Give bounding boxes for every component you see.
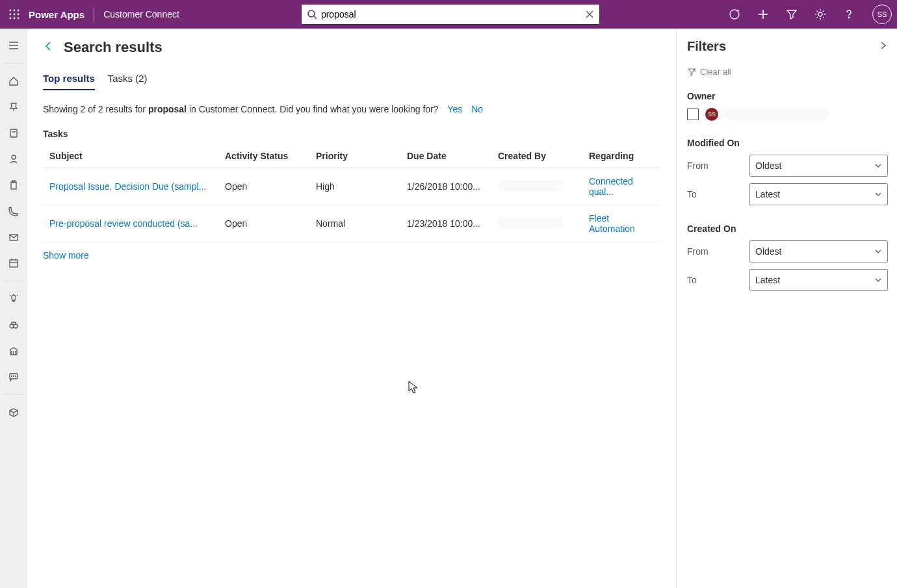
clear-search-icon[interactable] xyxy=(585,10,594,19)
cell-created-by xyxy=(491,205,582,242)
app-launcher-icon[interactable] xyxy=(0,9,29,19)
building-icon[interactable] xyxy=(0,340,27,361)
subject-link[interactable]: Pre-proposal review conducted (sa... xyxy=(49,218,198,229)
package-icon[interactable] xyxy=(0,402,27,423)
filters-title: Filters xyxy=(687,39,726,54)
svg-point-2 xyxy=(18,10,20,12)
collapse-filters-icon[interactable] xyxy=(879,41,888,53)
chevron-down-icon xyxy=(874,190,882,198)
col-activity-status[interactable]: Activity Status xyxy=(218,144,309,168)
created-to-select[interactable]: Latest xyxy=(749,269,888,291)
svg-point-1 xyxy=(14,10,16,12)
svg-point-25 xyxy=(12,155,16,159)
cell-status: Open xyxy=(218,168,309,205)
app-name-label: Customer Connect xyxy=(103,9,179,19)
clipboard-icon[interactable] xyxy=(0,175,27,196)
cell-created-by xyxy=(491,168,582,205)
svg-point-7 xyxy=(14,18,16,19)
results-summary: Showing 2 of 2 results for proposal in C… xyxy=(43,104,660,114)
lightbulb-icon[interactable] xyxy=(0,288,27,309)
table-row[interactable]: Pre-proposal review conducted (sa... Ope… xyxy=(43,205,660,242)
target-icon[interactable] xyxy=(722,0,748,29)
chat-icon[interactable] xyxy=(0,366,27,387)
svg-point-0 xyxy=(10,10,12,12)
owner-checkbox[interactable] xyxy=(687,109,699,120)
owner-label: Owner xyxy=(687,91,888,101)
col-regarding[interactable]: Regarding xyxy=(582,144,660,168)
app-header: Power Apps Customer Connect SS xyxy=(0,0,897,29)
cell-status: Open xyxy=(218,205,309,242)
result-tabs: Top results Tasks (2) xyxy=(43,73,660,91)
tab-tasks[interactable]: Tasks (2) xyxy=(108,73,148,90)
search-icon xyxy=(307,9,317,19)
select-value: Oldest xyxy=(755,246,781,257)
created-from-select[interactable]: Oldest xyxy=(749,240,888,262)
clear-all-button[interactable]: Clear all xyxy=(687,67,888,77)
summary-term: proposal xyxy=(148,104,187,114)
svg-point-44 xyxy=(13,376,14,377)
svg-point-3 xyxy=(10,14,12,16)
chevron-down-icon xyxy=(874,248,882,255)
calendar-icon[interactable] xyxy=(0,253,27,274)
feedback-no[interactable]: No xyxy=(471,104,483,114)
chevron-down-icon xyxy=(874,162,882,170)
binoculars-icon[interactable] xyxy=(0,314,27,335)
modified-to-select[interactable]: Latest xyxy=(749,183,888,205)
col-due-date[interactable]: Due Date xyxy=(400,144,491,168)
phone-icon[interactable] xyxy=(0,201,27,222)
tab-top-results[interactable]: Top results xyxy=(43,73,95,90)
owner-avatar-badge: SS xyxy=(705,108,718,121)
cell-due: 1/23/2018 10:00... xyxy=(400,205,491,242)
user-avatar[interactable]: SS xyxy=(872,5,892,24)
document-icon[interactable] xyxy=(0,123,27,144)
search-input[interactable] xyxy=(321,9,585,19)
chevron-down-icon xyxy=(874,276,882,284)
to-label: To xyxy=(687,189,749,199)
back-arrow-icon[interactable] xyxy=(43,40,55,55)
owner-name xyxy=(725,109,829,120)
table-row[interactable]: Proposal Issue, Decision Due (sampl... O… xyxy=(43,168,660,205)
filters-panel: Filters Clear all Owner SS Modified On F… xyxy=(676,29,897,588)
created-on-label: Created On xyxy=(687,224,888,234)
select-value: Latest xyxy=(755,189,780,199)
svg-line-34 xyxy=(10,295,10,296)
pinned-icon[interactable] xyxy=(0,97,27,118)
clear-all-label: Clear all xyxy=(700,67,731,77)
settings-gear-icon[interactable] xyxy=(807,0,833,29)
menu-toggle-icon[interactable] xyxy=(0,35,27,56)
svg-point-5 xyxy=(18,14,20,16)
svg-point-18 xyxy=(848,17,850,18)
regarding-link[interactable]: Connected qual... xyxy=(589,176,633,197)
global-search[interactable] xyxy=(301,4,600,25)
col-priority[interactable]: Priority xyxy=(309,144,400,168)
col-subject[interactable]: Subject xyxy=(43,144,218,168)
feedback-yes[interactable]: Yes xyxy=(447,104,462,114)
home-icon[interactable] xyxy=(0,71,27,92)
subject-link[interactable]: Proposal Issue, Decision Due (sampl... xyxy=(49,181,206,192)
svg-point-37 xyxy=(14,324,18,328)
help-icon[interactable] xyxy=(836,0,862,29)
person-icon[interactable] xyxy=(0,149,27,170)
brand-label: Power Apps xyxy=(29,9,84,20)
modified-from-select[interactable]: Oldest xyxy=(749,155,888,177)
cell-priority: Normal xyxy=(309,205,400,242)
divider xyxy=(94,7,94,21)
regarding-link[interactable]: Fleet Automation xyxy=(589,213,635,234)
summary-prefix: Showing 2 of 2 results for xyxy=(43,104,148,114)
col-created-by[interactable]: Created By xyxy=(491,144,582,168)
svg-point-36 xyxy=(10,324,14,328)
show-more-link[interactable]: Show more xyxy=(43,250,89,261)
add-icon[interactable] xyxy=(750,0,776,29)
to-label: To xyxy=(687,275,749,285)
svg-rect-29 xyxy=(10,260,18,267)
filter-funnel-icon[interactable] xyxy=(779,0,805,29)
cell-priority: High xyxy=(309,168,400,205)
cursor-icon xyxy=(408,381,419,394)
cell-due: 1/26/2018 10:00... xyxy=(400,168,491,205)
svg-point-43 xyxy=(11,376,12,377)
modified-on-label: Modified On xyxy=(687,138,888,148)
svg-rect-23 xyxy=(10,129,17,137)
mail-icon[interactable] xyxy=(0,227,27,248)
svg-point-17 xyxy=(818,12,822,16)
svg-point-6 xyxy=(10,18,12,19)
